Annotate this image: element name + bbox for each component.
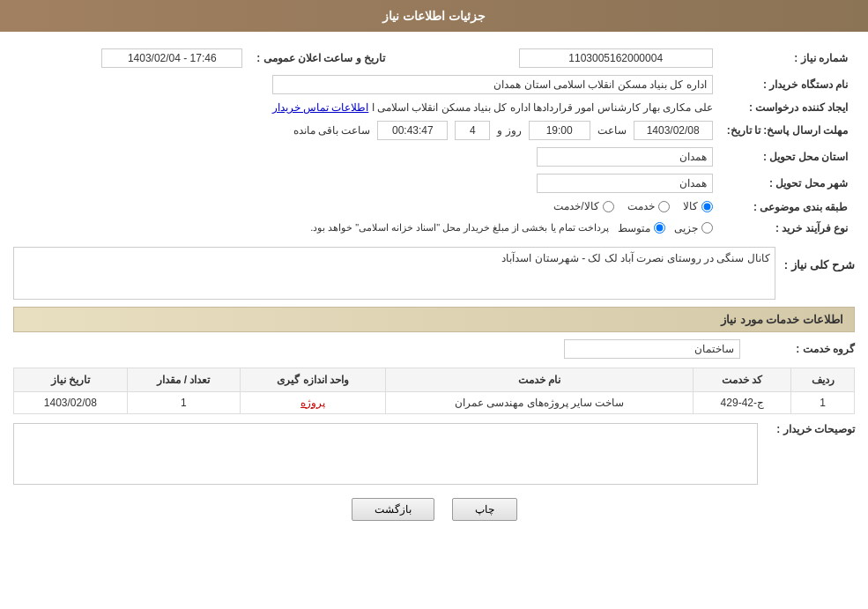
process-note: پرداخت تمام یا بخشی از مبلغ خریدار محل "…: [310, 222, 609, 234]
category-option-khedmat[interactable]: خدمت: [627, 200, 670, 212]
need-number-label: شماره نیاز :: [720, 45, 855, 71]
header-title: جزئیات اطلاعات نیاز: [382, 9, 486, 23]
group-value: ساختمان: [564, 339, 740, 359]
description-box[interactable]: کانال سنگی در روستای نصرت آباد لک لک - ش…: [13, 247, 775, 300]
col-date: تاریخ نیاز: [14, 368, 128, 391]
deadline-time: 19:00: [529, 121, 590, 140]
deadline-days: 4: [455, 121, 490, 140]
cell-service-name: ساخت سایر پروژه‌های مهندسی عمران: [385, 391, 693, 413]
province-label: استان محل تحویل :: [720, 144, 855, 170]
col-row-num: ردیف: [791, 368, 855, 391]
process-option-mottavasset[interactable]: متوسط: [618, 222, 665, 234]
description-label: شرح کلی نیاز :: [784, 254, 855, 276]
category-radio-kala[interactable]: [701, 201, 713, 212]
cell-unit: پروژه: [241, 391, 386, 413]
row-need-number: شماره نیاز : 1103005162000004 تاریخ و سا…: [13, 45, 855, 71]
content-area: شماره نیاز : 1103005162000004 تاریخ و سا…: [0, 32, 868, 547]
city-value: همدان: [537, 174, 713, 193]
process-option-jozii[interactable]: جزیی: [674, 222, 713, 234]
services-section-title: اطلاعات خدمات مورد نیاز: [13, 307, 855, 332]
category-radio-kala-khedmat[interactable]: [603, 201, 614, 212]
process-jozii-label: جزیی: [674, 222, 698, 234]
announce-value: 1403/02/04 - 17:46: [101, 48, 242, 68]
row-process: نوع فرآیند خرید : جزیی متوسط پرداخت تمام…: [13, 219, 855, 238]
row-buyer-org: نام دستگاه خریدار : اداره کل بنیاد مسکن …: [13, 71, 855, 98]
col-unit: واحد اندازه گیری: [241, 368, 386, 391]
category-option-kala-khedmat[interactable]: کالا/خدمت: [553, 200, 613, 212]
category-kala-label: کالا: [683, 200, 698, 212]
row-creator: ایجاد کننده درخواست : علی مکاری بهار کار…: [13, 98, 855, 117]
cell-row-num: 1: [791, 391, 855, 413]
process-label: نوع فرآیند خرید :: [720, 219, 855, 238]
group-service-row: گروه خدمت : ساختمان: [13, 339, 855, 359]
creator-value: علی مکاری بهار کارشناس امور قراردادها اد…: [372, 101, 713, 114]
row-category: طبقه بندی موضوعی : کالا خدمت: [13, 197, 855, 219]
process-mottavasset-label: متوسط: [618, 222, 650, 234]
creator-link[interactable]: اطلاعات تماس خریدار: [272, 101, 369, 114]
deadline-days-label: روز و: [497, 124, 521, 137]
category-radio-khedmat[interactable]: [658, 201, 670, 212]
province-value: همدان: [537, 147, 713, 167]
buyer-notes-textarea[interactable]: [13, 423, 758, 485]
page-wrapper: جزئیات اطلاعات نیاز شماره نیاز : 1103005…: [0, 0, 868, 609]
cell-date: 1403/02/08: [14, 391, 128, 413]
services-table-head: ردیف کد خدمت نام خدمت واحد اندازه گیری ت…: [14, 368, 855, 391]
deadline-remaining: 00:43:47: [377, 121, 448, 140]
button-row: چاپ بازگشت: [13, 498, 855, 521]
process-radio-mottavasset[interactable]: [654, 222, 665, 234]
row-city: شهر محل تحویل : همدان: [13, 170, 855, 197]
row-province: استان محل تحویل : همدان: [13, 144, 855, 170]
city-label: شهر محل تحویل :: [720, 170, 855, 197]
services-table-body: 1 ج-42-429 ساخت سایر پروژه‌های مهندسی عم…: [14, 391, 855, 413]
category-kala-khedmat-label: کالا/خدمت: [553, 200, 598, 212]
page-header: جزئیات اطلاعات نیاز: [0, 0, 868, 32]
col-quantity: تعداد / مقدار: [127, 368, 241, 391]
buyer-org-label: نام دستگاه خریدار :: [720, 71, 855, 98]
back-button[interactable]: بازگشت: [352, 498, 434, 521]
print-button[interactable]: چاپ: [452, 498, 517, 521]
deadline-time-label: ساعت: [597, 124, 627, 137]
cell-quantity: 1: [127, 391, 241, 413]
col-service-code: کد خدمت: [694, 368, 791, 391]
deadline-remaining-label: ساعت باقی مانده: [293, 124, 371, 137]
category-khedmat-label: خدمت: [627, 200, 655, 212]
category-option-kala[interactable]: کالا: [683, 200, 713, 212]
deadline-label: مهلت ارسال پاسخ: تا تاریخ:: [720, 117, 855, 144]
need-number-value: 1103005162000004: [519, 48, 713, 68]
group-label: گروه خدمت :: [749, 343, 855, 355]
col-service-name: نام خدمت: [385, 368, 693, 391]
buyer-notes-label: توصیحات خریدار :: [767, 423, 855, 435]
row-deadline: مهلت ارسال پاسخ: تا تاریخ: 1403/02/08 سا…: [13, 117, 855, 144]
category-radio-group: کالا خدمت کالا/خدمت: [553, 200, 712, 212]
announce-label: تاریخ و ساعت اعلان عمومی :: [249, 45, 403, 71]
deadline-date: 1403/02/08: [634, 121, 713, 140]
buyer-org-value: اداره کل بنیاد مسکن انقلاب اسلامی استان …: [272, 75, 713, 94]
info-table: شماره نیاز : 1103005162000004 تاریخ و سا…: [13, 45, 855, 238]
process-radio-jozii[interactable]: [701, 222, 713, 234]
description-section: شرح کلی نیاز : کانال سنگی در روستای نصرت…: [13, 247, 855, 300]
description-value: کانال سنگی در روستای نصرت آباد لک لک - ش…: [501, 252, 769, 264]
creator-label: ایجاد کننده درخواست :: [720, 98, 855, 117]
cell-service-code: ج-42-429: [694, 391, 791, 413]
services-table: ردیف کد خدمت نام خدمت واحد اندازه گیری ت…: [13, 368, 855, 414]
services-table-header-row: ردیف کد خدمت نام خدمت واحد اندازه گیری ت…: [14, 368, 855, 391]
table-row: 1 ج-42-429 ساخت سایر پروژه‌های مهندسی عم…: [14, 391, 855, 413]
category-label: طبقه بندی موضوعی :: [720, 197, 855, 219]
buyer-notes-section: توصیحات خریدار :: [13, 423, 855, 485]
